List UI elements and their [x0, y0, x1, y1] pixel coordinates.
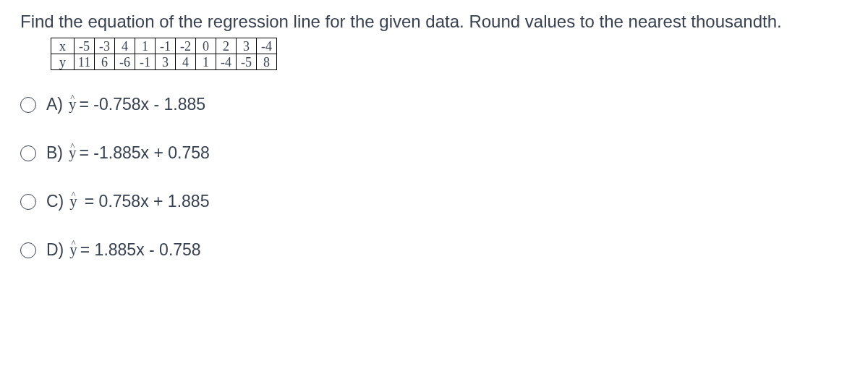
- choice-letter: D): [46, 240, 64, 260]
- choice-equation: = 0.758x + 1.885: [85, 192, 210, 211]
- table-cell: 6: [95, 54, 115, 70]
- data-table: x -5 -3 4 1 -1 -2 0 2 3 -4 y 11 6 -6 -1 …: [51, 38, 277, 70]
- table-cell: 8: [257, 54, 277, 70]
- choice-equation: = -1.885x + 0.758: [80, 143, 210, 163]
- table-cell: 1: [196, 54, 216, 70]
- table-cell: -1: [156, 38, 176, 54]
- yhat-symbol: ^y: [69, 194, 77, 209]
- table-cell: -5: [237, 54, 257, 70]
- choice-b[interactable]: B) ^y = -1.885x + 0.758: [20, 143, 848, 163]
- radio-icon[interactable]: [20, 194, 36, 210]
- table-cell: -2: [176, 38, 196, 54]
- table-cell: -4: [216, 54, 237, 70]
- radio-icon[interactable]: [20, 145, 36, 161]
- table-cell: 2: [216, 38, 237, 54]
- table-cell: 4: [115, 38, 135, 54]
- table-cell: 11: [75, 54, 95, 70]
- choice-letter: B): [46, 143, 63, 163]
- x-header: x: [51, 38, 75, 54]
- choices-group: A) ^y = -0.758x - 1.885 B) ^y = -1.885x …: [20, 95, 848, 260]
- yhat-symbol: ^y: [69, 242, 77, 258]
- table-cell: 1: [135, 38, 156, 54]
- radio-icon[interactable]: [20, 242, 36, 258]
- table-cell: 4: [176, 54, 196, 70]
- table-cell: -5: [75, 38, 95, 54]
- table-cell: 3: [156, 54, 176, 70]
- choice-letter: C): [46, 192, 64, 211]
- choice-a[interactable]: A) ^y = -0.758x - 1.885: [20, 95, 848, 114]
- choice-letter: A): [46, 95, 63, 114]
- question-prompt: Find the equation of the regression line…: [20, 10, 848, 33]
- choice-equation: = 1.885x - 0.758: [80, 240, 201, 260]
- table-cell: -3: [95, 38, 115, 54]
- y-header: y: [51, 54, 75, 70]
- choice-d[interactable]: D) ^y = 1.885x - 0.758: [20, 240, 848, 260]
- table-cell: -6: [115, 54, 135, 70]
- table-cell: 3: [237, 38, 257, 54]
- table-cell: -1: [135, 54, 156, 70]
- table-row: x -5 -3 4 1 -1 -2 0 2 3 -4: [51, 38, 277, 54]
- table-cell: 0: [196, 38, 216, 54]
- choice-equation: = -0.758x - 1.885: [80, 95, 206, 114]
- radio-icon[interactable]: [20, 97, 36, 113]
- table-row: y 11 6 -6 -1 3 4 1 -4 -5 8: [51, 54, 277, 70]
- yhat-symbol: ^y: [69, 97, 77, 112]
- table-cell: -4: [257, 38, 277, 54]
- choice-c[interactable]: C) ^y = 0.758x + 1.885: [20, 192, 848, 211]
- yhat-symbol: ^y: [69, 145, 77, 161]
